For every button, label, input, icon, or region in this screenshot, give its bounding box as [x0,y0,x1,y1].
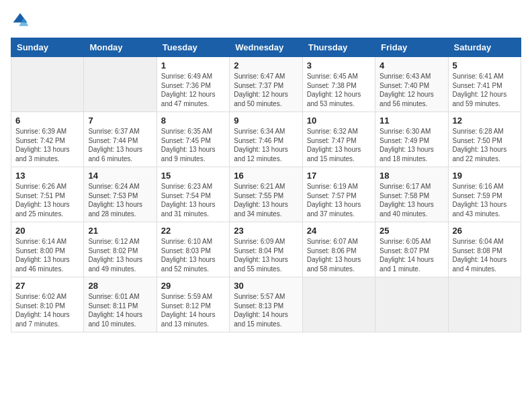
day-detail: Sunrise: 6:16 AM Sunset: 7:59 PM Dayligh… [453,182,517,218]
day-number: 20 [15,226,79,236]
calendar-cell: 9Sunrise: 6:34 AM Sunset: 7:46 PM Daylig… [230,112,302,167]
day-detail: Sunrise: 6:30 AM Sunset: 7:49 PM Dayligh… [380,127,443,163]
day-number: 29 [161,281,225,291]
calendar-cell: 19Sunrise: 6:16 AM Sunset: 7:59 PM Dayli… [448,167,521,222]
day-detail: Sunrise: 5:57 AM Sunset: 8:13 PM Dayligh… [234,292,298,328]
day-detail: Sunrise: 6:43 AM Sunset: 7:40 PM Dayligh… [380,72,443,108]
calendar-week-4: 20Sunrise: 6:14 AM Sunset: 8:00 PM Dayli… [11,222,521,277]
day-number: 10 [307,116,371,126]
day-detail: Sunrise: 6:23 AM Sunset: 7:54 PM Dayligh… [161,182,225,218]
calendar-cell: 2Sunrise: 6:47 AM Sunset: 7:37 PM Daylig… [230,57,302,112]
calendar-cell: 22Sunrise: 6:10 AM Sunset: 8:03 PM Dayli… [157,222,229,277]
day-number: 27 [15,281,79,291]
day-number: 17 [307,171,371,181]
day-number: 8 [161,116,225,126]
calendar-cell [11,57,84,112]
header-day-tuesday: Tuesday [157,38,229,57]
day-number: 18 [380,171,443,181]
header-day-saturday: Saturday [448,38,521,57]
logo-icon [11,11,30,30]
day-detail: Sunrise: 6:45 AM Sunset: 7:38 PM Dayligh… [307,72,371,108]
day-detail: Sunrise: 6:19 AM Sunset: 7:57 PM Dayligh… [307,182,371,218]
day-detail: Sunrise: 5:59 AM Sunset: 8:12 PM Dayligh… [161,292,225,328]
calendar-cell: 14Sunrise: 6:24 AM Sunset: 7:53 PM Dayli… [84,167,157,222]
calendar-cell [448,277,521,332]
day-detail: Sunrise: 6:41 AM Sunset: 7:41 PM Dayligh… [453,72,517,108]
day-detail: Sunrise: 6:21 AM Sunset: 7:55 PM Dayligh… [234,182,298,218]
calendar-cell: 20Sunrise: 6:14 AM Sunset: 8:00 PM Dayli… [11,222,84,277]
calendar-table: SundayMondayTuesdayWednesdayThursdayFrid… [11,38,521,332]
calendar-week-3: 13Sunrise: 6:26 AM Sunset: 7:51 PM Dayli… [11,167,521,222]
day-number: 2 [234,60,298,71]
calendar-cell: 16Sunrise: 6:21 AM Sunset: 7:55 PM Dayli… [230,167,302,222]
day-number: 22 [161,226,225,236]
calendar-cell: 12Sunrise: 6:28 AM Sunset: 7:50 PM Dayli… [448,112,521,167]
calendar-cell: 27Sunrise: 6:02 AM Sunset: 8:10 PM Dayli… [11,277,84,332]
day-detail: Sunrise: 6:34 AM Sunset: 7:46 PM Dayligh… [234,127,298,163]
calendar-cell [302,277,375,332]
day-detail: Sunrise: 6:35 AM Sunset: 7:45 PM Dayligh… [161,127,225,163]
calendar-cell: 25Sunrise: 6:05 AM Sunset: 8:07 PM Dayli… [375,222,448,277]
day-number: 23 [234,226,298,236]
day-detail: Sunrise: 6:05 AM Sunset: 8:07 PM Dayligh… [380,237,443,273]
calendar-cell: 11Sunrise: 6:30 AM Sunset: 7:49 PM Dayli… [375,112,448,167]
day-number: 9 [234,116,298,126]
day-detail: Sunrise: 6:47 AM Sunset: 7:37 PM Dayligh… [234,72,298,108]
day-number: 11 [380,116,443,126]
calendar-cell: 23Sunrise: 6:09 AM Sunset: 8:04 PM Dayli… [230,222,302,277]
day-number: 30 [234,281,298,291]
calendar-week-2: 6Sunrise: 6:39 AM Sunset: 7:42 PM Daylig… [11,112,521,167]
day-detail: Sunrise: 6:39 AM Sunset: 7:42 PM Dayligh… [15,127,79,163]
day-detail: Sunrise: 6:09 AM Sunset: 8:04 PM Dayligh… [234,237,298,273]
day-number: 1 [161,60,225,71]
day-number: 4 [380,60,443,71]
day-number: 19 [453,171,517,181]
day-detail: Sunrise: 6:14 AM Sunset: 8:00 PM Dayligh… [15,237,79,273]
day-number: 15 [161,171,225,181]
calendar-cell: 6Sunrise: 6:39 AM Sunset: 7:42 PM Daylig… [11,112,84,167]
day-number: 21 [88,226,152,236]
day-number: 7 [88,116,152,126]
calendar-cell: 29Sunrise: 5:59 AM Sunset: 8:12 PM Dayli… [157,277,229,332]
header-day-monday: Monday [84,38,157,57]
day-number: 26 [453,226,517,236]
day-detail: Sunrise: 6:10 AM Sunset: 8:03 PM Dayligh… [161,237,225,273]
day-detail: Sunrise: 6:01 AM Sunset: 8:11 PM Dayligh… [88,292,152,328]
header-day-sunday: Sunday [11,38,84,57]
calendar-header: SundayMondayTuesdayWednesdayThursdayFrid… [11,38,521,57]
day-detail: Sunrise: 6:49 AM Sunset: 7:36 PM Dayligh… [161,72,225,108]
calendar-week-5: 27Sunrise: 6:02 AM Sunset: 8:10 PM Dayli… [11,277,521,332]
day-number: 16 [234,171,298,181]
calendar-cell: 24Sunrise: 6:07 AM Sunset: 8:06 PM Dayli… [302,222,375,277]
day-number: 6 [15,116,79,126]
calendar-cell [375,277,448,332]
calendar-cell: 4Sunrise: 6:43 AM Sunset: 7:40 PM Daylig… [375,57,448,112]
day-detail: Sunrise: 6:12 AM Sunset: 8:02 PM Dayligh… [88,237,152,273]
header-day-wednesday: Wednesday [230,38,302,57]
calendar-cell: 8Sunrise: 6:35 AM Sunset: 7:45 PM Daylig… [157,112,229,167]
day-number: 24 [307,226,371,236]
calendar-cell: 13Sunrise: 6:26 AM Sunset: 7:51 PM Dayli… [11,167,84,222]
header-day-friday: Friday [375,38,448,57]
header-day-thursday: Thursday [302,38,375,57]
page-header [11,11,521,30]
day-number: 25 [380,226,443,236]
calendar-cell: 17Sunrise: 6:19 AM Sunset: 7:57 PM Dayli… [302,167,375,222]
day-number: 12 [453,116,517,126]
calendar-cell: 3Sunrise: 6:45 AM Sunset: 7:38 PM Daylig… [302,57,375,112]
day-detail: Sunrise: 6:32 AM Sunset: 7:47 PM Dayligh… [307,127,371,163]
day-number: 28 [88,281,152,291]
day-detail: Sunrise: 6:07 AM Sunset: 8:06 PM Dayligh… [307,237,371,273]
calendar-cell: 26Sunrise: 6:04 AM Sunset: 8:08 PM Dayli… [448,222,521,277]
day-detail: Sunrise: 6:17 AM Sunset: 7:58 PM Dayligh… [380,182,443,218]
calendar-cell: 7Sunrise: 6:37 AM Sunset: 7:44 PM Daylig… [84,112,157,167]
calendar-week-1: 1Sunrise: 6:49 AM Sunset: 7:36 PM Daylig… [11,57,521,112]
calendar-cell: 1Sunrise: 6:49 AM Sunset: 7:36 PM Daylig… [157,57,229,112]
day-detail: Sunrise: 6:04 AM Sunset: 8:08 PM Dayligh… [453,237,517,273]
calendar-cell: 18Sunrise: 6:17 AM Sunset: 7:58 PM Dayli… [375,167,448,222]
day-detail: Sunrise: 6:37 AM Sunset: 7:44 PM Dayligh… [88,127,152,163]
day-number: 3 [307,60,371,71]
header-row: SundayMondayTuesdayWednesdayThursdayFrid… [11,38,521,57]
calendar-cell: 30Sunrise: 5:57 AM Sunset: 8:13 PM Dayli… [230,277,302,332]
logo [11,11,32,30]
